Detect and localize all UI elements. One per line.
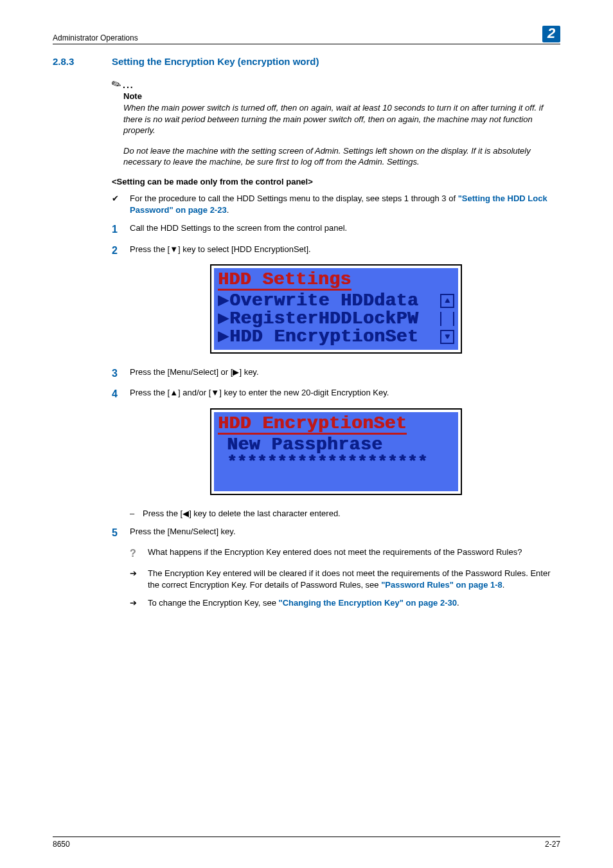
section-heading: 2.8.3 Setting the Encryption Key (encryp… <box>53 56 560 67</box>
lcd2-title: HDD EncryptionSet <box>218 415 407 435</box>
section-title: Setting the Encryption Key (encryption w… <box>112 56 319 67</box>
step-text: Press the [▼] key to select [HDD Encrypt… <box>130 244 311 258</box>
lcd1-row1: Overwrite HDDdata <box>229 292 440 310</box>
page-footer: 8650 2-27 <box>53 836 560 849</box>
lcd1-title: HDD Settings <box>218 271 351 291</box>
step-4: 4 Press the [▲] and/or [▼] key to enter … <box>112 387 560 401</box>
footer-right: 2-27 <box>545 840 560 849</box>
chapter-badge: 2 <box>542 26 560 42</box>
footer-left: 8650 <box>53 840 70 849</box>
step-text: Press the [▲] and/or [▼] key to enter th… <box>130 387 389 401</box>
step-5: 5 Press the [Menu/Select] key. <box>112 526 560 540</box>
link-password-rules[interactable]: "Password Rules" on page 1-8 <box>381 580 502 590</box>
pointer-icon: ▶ <box>218 328 229 346</box>
step-text: Press the [Menu/Select] key. <box>130 526 236 540</box>
pencil-icon: ✎ <box>110 77 123 92</box>
note-paragraph-2: Do not leave the machine with the settin… <box>123 145 560 168</box>
bullet-text: For the procedure to call the HDD Settin… <box>130 193 560 216</box>
question-icon: ? <box>130 547 148 561</box>
lcd-screenshot-1: HDD Settings ▶ Overwrite HDDdata ▲ ▶ Reg… <box>210 264 462 354</box>
check-icon: ✔ <box>112 193 130 216</box>
dash-icon: – <box>130 508 143 520</box>
link-changing-encryption-key[interactable]: "Changing the Encryption Key" on page 2-… <box>279 598 457 608</box>
header-section: Administrator Operations <box>53 33 138 42</box>
step-number: 3 <box>112 366 130 381</box>
lcd2-row1: New Passphrase <box>218 436 454 454</box>
note-paragraph-1: When the main power switch is turned off… <box>123 102 560 136</box>
scroll-track-icon <box>440 312 454 326</box>
pointer-icon: ▶ <box>218 310 229 328</box>
arrow-icon: ➔ <box>130 597 148 609</box>
step-3: 3 Press the [Menu/Select] or [▶] key. <box>112 366 560 381</box>
lcd1-row2: RegisterHDDLockPW <box>229 310 440 328</box>
question-text: What happens if the Encryption Key enter… <box>148 547 522 561</box>
scroll-up-icon: ▲ <box>440 294 454 308</box>
note-label: Note <box>123 91 560 101</box>
procedure-bullet: ✔ For the procedure to call the HDD Sett… <box>112 193 560 216</box>
step-text: Press the [Menu/Select] or [▶] key. <box>130 366 259 381</box>
step-number: 5 <box>112 526 130 540</box>
answer-row-2: ➔ To change the Encryption Key, see "Cha… <box>130 597 560 609</box>
answer-text: The Encryption Key entered will be clear… <box>148 568 560 591</box>
note-icon-row: ✎ ... <box>112 78 560 90</box>
question-row: ? What happens if the Encryption Key ent… <box>130 547 560 561</box>
dots-icon: ... <box>123 80 134 89</box>
pointer-icon: ▶ <box>218 292 229 310</box>
step-number: 2 <box>112 244 130 258</box>
scroll-down-icon: ▼ <box>440 330 454 344</box>
answer-text: To change the Encryption Key, see "Chang… <box>148 597 459 609</box>
step-number: 4 <box>112 387 130 401</box>
substep-text: Press the [◀] key to delete the last cha… <box>143 508 341 520</box>
step-4a: – Press the [◀] key to delete the last c… <box>130 508 560 520</box>
arrow-icon: ➔ <box>130 568 148 591</box>
step-number: 1 <box>112 222 130 237</box>
subheading: <Setting can be made only from the contr… <box>112 177 560 186</box>
step-1: 1 Call the HDD Settings to the screen fr… <box>112 222 560 237</box>
lcd2-row2: ******************** <box>218 454 454 471</box>
step-text: Call the HDD Settings to the screen from… <box>130 222 347 237</box>
answer-row-1: ➔ The Encryption Key entered will be cle… <box>130 568 560 591</box>
lcd-screenshot-2: HDD EncryptionSet New Passphrase *******… <box>210 408 462 495</box>
step-2: 2 Press the [▼] key to select [HDD Encry… <box>112 244 560 258</box>
section-number: 2.8.3 <box>53 56 112 67</box>
page-header: Administrator Operations 2 <box>53 26 560 44</box>
lcd1-row3: HDD EncryptionSet <box>229 328 440 346</box>
